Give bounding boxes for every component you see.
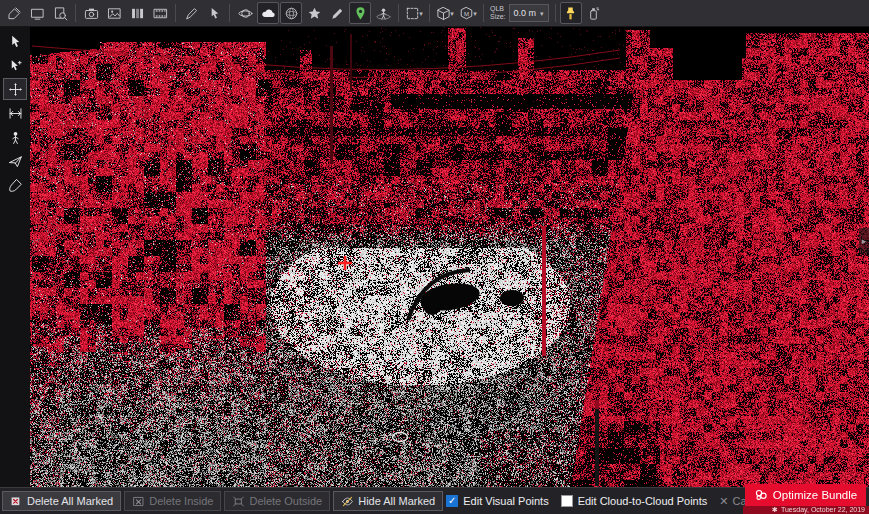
hide-all-marked-button[interactable]: Hide All Marked: [333, 491, 443, 511]
unchecked-checkbox-icon[interactable]: [561, 495, 573, 507]
chevron-down-icon: ▾: [450, 10, 454, 17]
tag-edit-button[interactable]: [3, 2, 25, 24]
file-tools-group: [3, 2, 71, 24]
left-toolbar: [0, 27, 30, 487]
toolbar-separator: [555, 4, 556, 22]
spray-icon: [586, 6, 601, 21]
qlb-size-label: QLBSize:: [490, 5, 506, 21]
qlb-size-value: 0.0 m: [514, 8, 537, 18]
cube-icon: [436, 6, 451, 21]
bottom-toolbar: Delete All MarkedDelete InsideDelete Out…: [0, 487, 869, 514]
toolbar-separator: [429, 4, 430, 22]
delete-outside-icon: [232, 495, 245, 508]
distance-tool-icon: [8, 106, 23, 121]
select-arrow-icon: [8, 34, 23, 49]
select-arrow-button[interactable]: [3, 30, 27, 52]
search-page-button[interactable]: [49, 2, 71, 24]
marked-points-actions: Delete All MarkedDelete InsideDelete Out…: [2, 491, 446, 511]
optimize-label: Optimize Bundle: [773, 489, 857, 501]
top-toolbar: ▾▾M▾QLBSize:0.0 m▾: [0, 0, 869, 27]
chevron-down-icon: ▾: [473, 10, 477, 17]
columns-icon: [130, 6, 145, 21]
brush-tool-button[interactable]: [3, 174, 27, 196]
cube-m-icon: M: [459, 6, 474, 21]
photo-button[interactable]: [103, 2, 125, 24]
asterisk-icon: ✱: [772, 506, 778, 514]
filmstrip-icon: [153, 6, 168, 21]
person-view-button[interactable]: [3, 126, 27, 148]
svg-text:M: M: [464, 10, 469, 17]
cursor-icon: [207, 6, 222, 21]
sphere-button[interactable]: [280, 2, 302, 24]
photo-icon: [107, 6, 122, 21]
square-select-icon: [405, 6, 420, 21]
date-text: Tuesday, October 22, 2019: [781, 506, 865, 514]
pen-button[interactable]: [180, 2, 202, 24]
cube-button[interactable]: ▾: [434, 2, 456, 24]
distance-tool-button[interactable]: [3, 102, 27, 124]
select-star-button[interactable]: [3, 54, 27, 76]
delete-outside-button[interactable]: Delete Outside: [224, 491, 330, 511]
qlb-size-select[interactable]: 0.0 m▾: [509, 4, 549, 22]
checkbox-label: Edit Cloud-to-Cloud Points: [578, 495, 708, 507]
pen-icon: [184, 6, 199, 21]
delete-inside-button[interactable]: Delete Inside: [124, 491, 221, 511]
display-button[interactable]: [26, 2, 48, 24]
delete-inside-icon: [132, 495, 145, 508]
square-select-button[interactable]: ▾: [403, 2, 425, 24]
orbit-icon: [238, 6, 253, 21]
tag-edit-icon: [7, 6, 22, 21]
person-orbit-button[interactable]: [372, 2, 394, 24]
orbit-button[interactable]: [234, 2, 256, 24]
button-label: Delete Outside: [249, 495, 322, 507]
star-icon: [307, 6, 322, 21]
checkbox-edit-cloud-to-cloud-points[interactable]: Edit Cloud-to-Cloud Points: [561, 495, 708, 507]
chevron-down-icon: ▾: [540, 10, 544, 17]
chevron-down-icon: ▾: [419, 10, 423, 17]
model-tools-group: ▾M▾: [434, 2, 479, 24]
optimize-bundle-button[interactable]: Optimize Bundle: [745, 484, 866, 506]
delete-marked-icon: [10, 495, 23, 508]
spray-button[interactable]: [583, 2, 605, 24]
point-cloud-viewport[interactable]: [30, 27, 869, 487]
button-label: Hide All Marked: [358, 495, 435, 507]
checkbox-label: Edit Visual Points: [463, 495, 548, 507]
button-label: Delete Inside: [149, 495, 213, 507]
select-star-icon: [8, 58, 23, 73]
highlight-tools-group: [560, 2, 605, 24]
chevron-right-icon: ▸: [862, 236, 867, 246]
move-tool-icon: [8, 82, 23, 97]
cube-m-button[interactable]: M▾: [457, 2, 479, 24]
hide-marked-icon: [341, 495, 354, 508]
checkbox-edit-visual-points[interactable]: ✓Edit Visual Points: [446, 495, 548, 507]
button-label: Delete All Marked: [27, 495, 113, 507]
person-orbit-icon: [376, 6, 391, 21]
toolbar-separator: [175, 4, 176, 22]
move-tool-button[interactable]: [3, 78, 27, 100]
side-panel-expand-handle[interactable]: ▸: [859, 228, 869, 254]
view-toggles-group: [234, 2, 394, 24]
pencil-button[interactable]: [326, 2, 348, 24]
pin-icon: [353, 6, 368, 21]
cursor-button[interactable]: [203, 2, 225, 24]
toolbar-separator: [483, 4, 484, 22]
checked-checkbox-icon[interactable]: ✓: [446, 495, 458, 507]
delete-all-marked-button[interactable]: Delete All Marked: [2, 491, 121, 511]
wand-button[interactable]: [560, 2, 582, 24]
filmstrip-button[interactable]: [149, 2, 171, 24]
pin-button[interactable]: [349, 2, 371, 24]
star-button[interactable]: [303, 2, 325, 24]
toolbar-separator: [75, 4, 76, 22]
brush-tool-icon: [8, 178, 23, 193]
columns-button[interactable]: [126, 2, 148, 24]
close-x-icon: ✕: [719, 495, 728, 508]
bundle-icon: [754, 488, 768, 502]
person-view-icon: [8, 130, 23, 145]
display-icon: [30, 6, 45, 21]
camera-button[interactable]: [80, 2, 102, 24]
selection-mode-group: ▾: [403, 2, 425, 24]
capture-tools-group: [80, 2, 171, 24]
fly-tool-button[interactable]: [3, 150, 27, 172]
cloud-button[interactable]: [257, 2, 279, 24]
cloud-icon: [261, 6, 276, 21]
